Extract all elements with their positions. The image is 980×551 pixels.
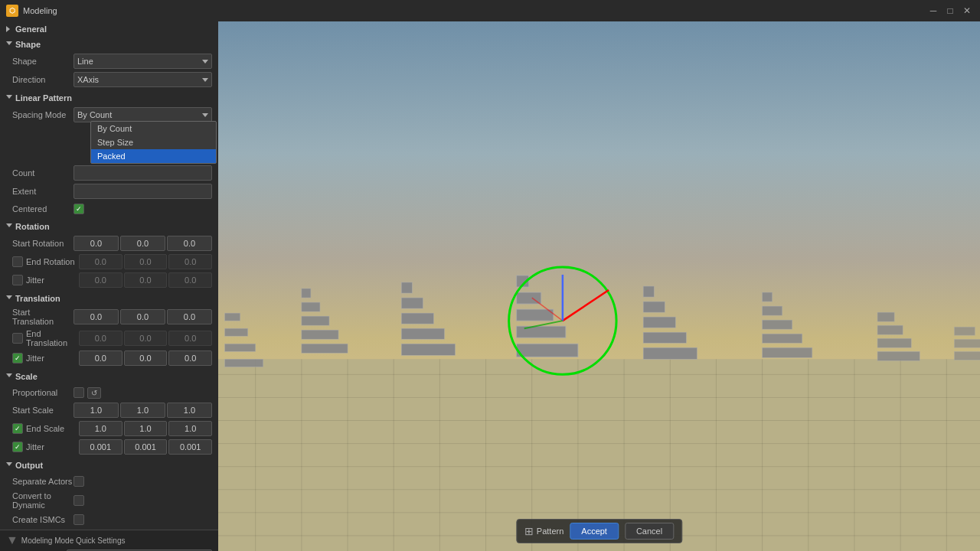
spacing-mode-dropdown-menu: By Count Step Size Packed bbox=[90, 121, 217, 164]
output-section-label: Output bbox=[15, 461, 43, 470]
start-translation-inputs bbox=[74, 309, 212, 324]
proportional-checkbox[interactable] bbox=[74, 387, 84, 398]
translation-section-label: Translation bbox=[15, 294, 60, 303]
start-translation-y-input[interactable] bbox=[120, 309, 165, 324]
jitter-translation-inputs bbox=[79, 350, 212, 366]
jitter-translation-checkbox[interactable]: ✓ bbox=[12, 353, 23, 364]
output-arrow-icon bbox=[6, 462, 12, 468]
svg-rect-56 bbox=[877, 325, 903, 334]
dropdown-item-stepsize[interactable]: Step Size bbox=[91, 135, 216, 149]
jitter-scale-z-input[interactable] bbox=[168, 439, 212, 455]
end-rotation-x-input[interactable] bbox=[79, 254, 122, 269]
jitter-rotation-checkbox[interactable] bbox=[12, 275, 23, 285]
end-rotation-y-input[interactable] bbox=[124, 254, 168, 269]
end-translation-x-input[interactable] bbox=[79, 331, 122, 346]
dropdown-item-packed[interactable]: Packed bbox=[91, 149, 216, 163]
minimize-button[interactable]: ─ bbox=[926, 4, 940, 18]
output-section-header[interactable]: Output bbox=[0, 458, 218, 473]
svg-rect-40 bbox=[517, 326, 566, 337]
centered-field-row: Centered ✓ bbox=[0, 201, 218, 217]
jitter-rotation-x-input[interactable] bbox=[79, 272, 122, 288]
svg-rect-31 bbox=[302, 316, 329, 325]
main-layout: General Shape Shape Line Direction bbox=[0, 21, 980, 551]
end-translation-z-input[interactable] bbox=[168, 331, 212, 346]
jitter-scale-y-input[interactable] bbox=[124, 439, 168, 455]
viewport[interactable]: ⊞ Pattern Accept Cancel bbox=[218, 21, 980, 551]
proportional-reset-button[interactable]: ↺ bbox=[87, 387, 101, 399]
svg-rect-38 bbox=[401, 282, 412, 293]
start-scale-z-input[interactable] bbox=[167, 403, 212, 418]
svg-rect-27 bbox=[225, 328, 248, 336]
scale-section-label: Scale bbox=[15, 372, 38, 381]
svg-rect-33 bbox=[302, 289, 311, 298]
start-scale-field-row: Start Scale bbox=[0, 401, 218, 419]
separate-actors-checkbox[interactable] bbox=[74, 476, 84, 487]
translation-section-header[interactable]: Translation bbox=[0, 291, 218, 306]
svg-rect-48 bbox=[643, 286, 654, 297]
end-translation-y-input[interactable] bbox=[124, 331, 168, 346]
maximize-button[interactable]: □ bbox=[943, 4, 957, 18]
end-scale-checkmark-icon: ✓ bbox=[15, 425, 21, 432]
convert-dynamic-checkbox[interactable] bbox=[74, 495, 84, 506]
start-rotation-z-input[interactable] bbox=[167, 236, 212, 251]
accept-button[interactable]: Accept bbox=[570, 523, 619, 540]
pattern-label-container: ⊞ Pattern bbox=[524, 525, 564, 537]
svg-rect-25 bbox=[225, 359, 263, 367]
svg-rect-59 bbox=[954, 339, 980, 347]
start-translation-x-input[interactable] bbox=[74, 309, 119, 324]
end-scale-y-input[interactable] bbox=[124, 421, 168, 436]
pattern-icon: ⊞ bbox=[524, 525, 534, 537]
create-ismcs-checkbox[interactable] bbox=[74, 514, 84, 525]
end-scale-z-input[interactable] bbox=[168, 421, 212, 436]
end-rotation-checkbox[interactable] bbox=[12, 256, 23, 267]
dropdown-item-bycount[interactable]: By Count bbox=[91, 122, 216, 135]
extent-label: Extent bbox=[12, 187, 74, 196]
jitter-translation-y-input[interactable] bbox=[124, 350, 168, 366]
start-translation-z-input[interactable] bbox=[167, 309, 212, 324]
jitter-translation-x-input[interactable] bbox=[79, 350, 122, 366]
quick-settings-label: Modeling Mode Quick Settings bbox=[21, 536, 126, 545]
scale-section-header[interactable]: Scale bbox=[0, 369, 218, 384]
proportional-controls: ↺ bbox=[74, 387, 212, 399]
create-ismcs-label: Create ISMCs bbox=[12, 515, 74, 524]
linear-pattern-section-label: Linear Pattern bbox=[15, 93, 72, 103]
jitter-scale-checkbox[interactable]: ✓ bbox=[12, 442, 23, 452]
centered-checkbox[interactable]: ✓ bbox=[74, 204, 84, 214]
rotation-section-header[interactable]: Rotation bbox=[0, 219, 218, 234]
jitter-translation-z-input[interactable] bbox=[168, 350, 212, 366]
start-scale-x-input[interactable] bbox=[74, 403, 119, 418]
spacing-mode-dropdown[interactable]: By Count bbox=[74, 107, 212, 122]
end-translation-checkbox[interactable] bbox=[12, 333, 23, 344]
extent-input[interactable] bbox=[74, 184, 212, 199]
translation-section-content: Start Translation End Translation bbox=[0, 306, 218, 369]
panel-bottom-row1: ▼ Modeling Mode Quick Settings bbox=[6, 533, 212, 547]
shape-section-label: Shape bbox=[15, 40, 41, 49]
start-scale-y-input[interactable] bbox=[120, 403, 165, 418]
end-scale-x-input[interactable] bbox=[79, 421, 122, 436]
proportional-field-row: Proportional ↺ bbox=[0, 384, 218, 401]
svg-rect-50 bbox=[763, 334, 802, 343]
left-panel: General Shape Shape Line Direction bbox=[0, 21, 218, 551]
svg-rect-34 bbox=[401, 344, 455, 355]
panel-collapse-icon[interactable]: ▼ bbox=[6, 533, 18, 547]
jitter-rotation-z-input[interactable] bbox=[168, 272, 212, 288]
jitter-rotation-y-input[interactable] bbox=[124, 272, 168, 288]
shape-dropdown[interactable]: Line bbox=[74, 54, 212, 69]
direction-dropdown[interactable]: XAxis bbox=[74, 72, 212, 87]
start-rotation-y-input[interactable] bbox=[120, 236, 165, 251]
shape-dropdown-arrow-icon bbox=[202, 60, 208, 64]
jitter-scale-x-input[interactable] bbox=[79, 439, 122, 455]
cancel-button[interactable]: Cancel bbox=[625, 523, 674, 540]
end-scale-checkbox[interactable]: ✓ bbox=[12, 423, 23, 434]
shape-section-content: Shape Line Direction XAxis bbox=[0, 52, 218, 90]
end-rotation-z-input[interactable] bbox=[168, 254, 212, 269]
shape-section-header[interactable]: Shape bbox=[0, 37, 218, 52]
close-button[interactable]: ✕ bbox=[960, 4, 974, 18]
scale-section-content: Proportional ↺ Start Scale ✓ bbox=[0, 384, 218, 458]
count-input[interactable] bbox=[74, 165, 212, 181]
start-rotation-x-input[interactable] bbox=[74, 236, 119, 251]
general-section-header[interactable]: General bbox=[0, 21, 218, 37]
jitter-translation-checkmark-icon: ✓ bbox=[15, 354, 21, 362]
svg-line-62 bbox=[563, 290, 609, 321]
linear-pattern-section-header[interactable]: Linear Pattern bbox=[0, 90, 218, 106]
